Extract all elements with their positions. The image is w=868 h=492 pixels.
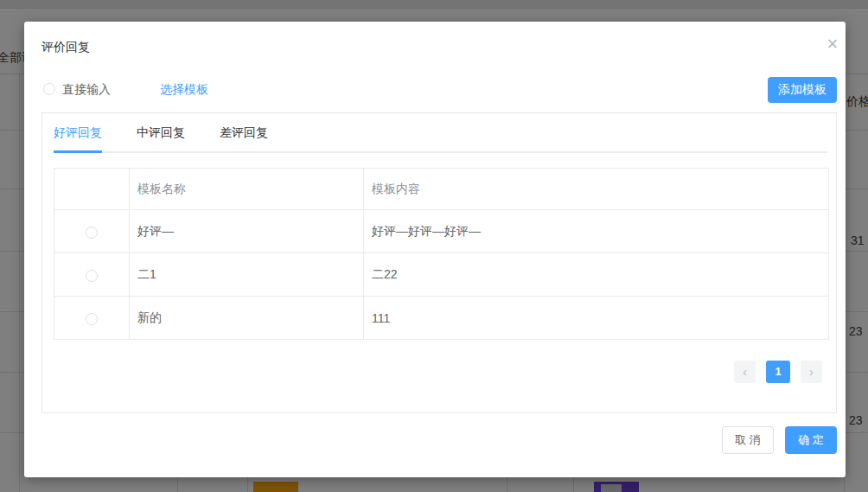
row-select-cell [54,210,130,253]
row-select-cell [54,253,130,297]
reply-tabs: 好评回复 中评回复 差评回复 [54,113,827,153]
template-name-cell: 新的 [130,297,364,340]
dialog-title: 评价回复 [41,40,90,55]
header-select [54,169,130,210]
row-radio[interactable] [86,313,98,325]
tab-neutral-reply[interactable]: 中评回复 [119,113,202,151]
row-select-cell [54,297,130,340]
row-radio[interactable] [86,227,98,239]
radio-direct-input-label[interactable]: 直接输入 [62,82,111,98]
close-icon[interactable]: × [820,32,846,58]
header-template-content: 模板内容 [364,169,829,210]
template-table: 模板名称 模板内容 好评— 好评—好评—好评— 二1 二22 [54,168,829,340]
pagination-next-icon[interactable]: › [801,361,822,383]
radio-direct-input[interactable] [43,83,55,95]
pagination-page-1[interactable]: 1 [766,361,790,383]
table-row[interactable]: 新的 111 [54,297,829,340]
template-content-cell: 111 [364,297,829,340]
tab-good-reply[interactable]: 好评回复 [54,113,119,151]
row-radio[interactable] [86,270,98,282]
header-template-name: 模板名称 [130,169,364,210]
cancel-button[interactable]: 取 消 [722,426,774,454]
template-content-cell: 好评—好评—好评— [364,210,829,253]
template-name-cell: 好评— [130,210,364,253]
template-name-cell: 二1 [130,253,364,297]
tab-bad-reply[interactable]: 差评回复 [202,113,285,151]
pagination-prev-icon[interactable]: ‹ [734,361,756,383]
add-template-button[interactable]: 添加模板 [768,77,837,103]
pagination: ‹ 1 › [734,361,822,383]
table-row[interactable]: 二1 二22 [54,253,829,297]
template-panel: 好评回复 中评回复 差评回复 模板名称 模板内容 好评— 好评—好评—好评— [41,112,837,413]
radio-select-template-label[interactable]: 选择模板 [160,82,208,98]
table-header-row: 模板名称 模板内容 [54,169,829,210]
confirm-button[interactable]: 确 定 [785,426,837,454]
review-reply-dialog: 评价回复 × 直接输入 选择模板 添加模板 好评回复 中评回复 差评回复 模板名… [24,22,846,477]
template-content-cell: 二22 [364,253,829,297]
table-row[interactable]: 好评— 好评—好评—好评— [54,210,829,253]
